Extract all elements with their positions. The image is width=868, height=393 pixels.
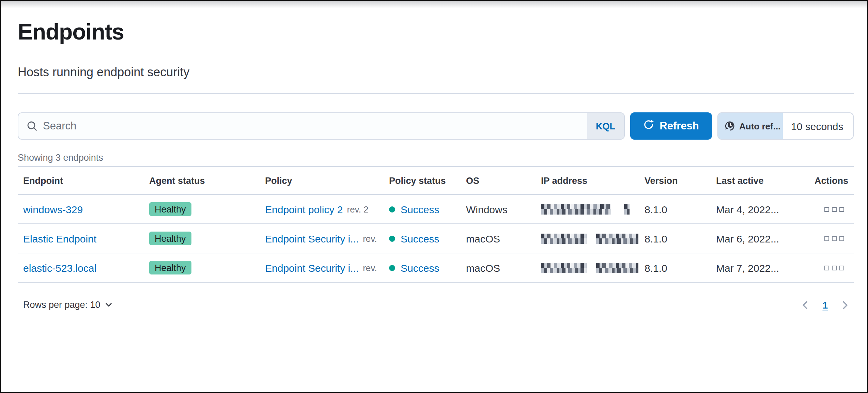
chevron-left-icon xyxy=(801,300,810,310)
ip-address-cell xyxy=(536,233,639,243)
ip-address-cell xyxy=(536,263,639,273)
time-refresh-icon xyxy=(724,121,735,131)
row-actions-button[interactable] xyxy=(820,233,848,243)
auto-refresh-label: Auto ref... xyxy=(739,121,780,131)
agent-status-badge: Healthy xyxy=(149,232,191,245)
last-active-cell: Mar 4, 2022... xyxy=(711,203,808,215)
table-row: windows-329 Healthy Endpoint policy 2rev… xyxy=(18,195,854,224)
app-window: Endpoints Hosts running endpoint securit… xyxy=(0,0,868,393)
search-icon xyxy=(27,113,37,139)
header-divider xyxy=(18,93,854,94)
boxes-horizontal-icon xyxy=(824,236,829,241)
column-header-agent-status: Agent status xyxy=(144,175,260,186)
auto-refresh-control: Auto ref... 10 seconds xyxy=(717,112,854,140)
endpoint-link[interactable]: Elastic Endpoint xyxy=(23,233,96,244)
rows-per-page-label: Rows per page: 10 xyxy=(23,300,100,310)
refresh-button[interactable]: Refresh xyxy=(630,112,712,140)
previous-page-button[interactable] xyxy=(799,299,811,311)
policy-status-dot xyxy=(389,235,395,241)
page-title: Endpoints xyxy=(18,18,854,46)
endpoint-link[interactable]: elastic-523.local xyxy=(23,262,96,273)
toolbar: KQL Refresh Auto ref... 10 seconds xyxy=(18,112,854,140)
version-cell: 8.1.0 xyxy=(639,262,711,273)
window-top-shadow xyxy=(1,1,867,8)
column-header-os: OS xyxy=(461,175,536,186)
pagination: 1 xyxy=(799,298,851,312)
table-row: elastic-523.local Healthy Endpoint Secur… xyxy=(18,253,854,283)
agent-status-badge: Healthy xyxy=(149,261,191,274)
redacted-ip-mosaic xyxy=(596,263,638,273)
endpoints-page: Endpoints Hosts running endpoint securit… xyxy=(1,18,867,313)
policy-status-link[interactable]: Success xyxy=(401,233,439,244)
chevron-down-icon xyxy=(105,301,113,309)
redacted-ip-mosaic xyxy=(541,263,587,273)
boxes-horizontal-icon xyxy=(824,265,829,270)
last-active-cell: Mar 6, 2022... xyxy=(711,233,808,244)
agent-status-badge: Healthy xyxy=(149,202,191,216)
column-header-version: Version xyxy=(639,175,711,186)
page-subtitle: Hosts running endpoint security xyxy=(18,64,854,80)
refresh-icon xyxy=(643,119,654,133)
table-row: Elastic Endpoint Healthy Endpoint Securi… xyxy=(18,224,854,253)
search-input[interactable] xyxy=(43,113,587,139)
next-page-button[interactable] xyxy=(839,299,851,311)
os-cell: Windows xyxy=(461,203,536,215)
refresh-label: Refresh xyxy=(660,120,699,132)
version-cell: 8.1.0 xyxy=(639,203,711,215)
results-summary: Showing 3 endpoints xyxy=(18,151,854,164)
policy-status-dot xyxy=(389,265,395,271)
endpoints-table: Endpoint Agent status Policy Policy stat… xyxy=(18,166,854,283)
redacted-ip-mosaic xyxy=(541,204,611,214)
row-actions-button[interactable] xyxy=(820,263,848,273)
ip-address-cell xyxy=(536,204,639,214)
column-header-actions: Actions xyxy=(808,175,854,186)
column-header-policy: Policy xyxy=(260,175,384,186)
table-header-row: Endpoint Agent status Policy Policy stat… xyxy=(18,167,854,195)
boxes-horizontal-icon xyxy=(824,207,829,211)
search-box[interactable]: KQL xyxy=(18,112,625,140)
redacted-ip-mosaic xyxy=(624,204,630,214)
policy-status-link[interactable]: Success xyxy=(401,203,439,215)
policy-link[interactable]: Endpoint Security i... xyxy=(265,233,359,244)
policy-revision: rev. xyxy=(363,233,377,243)
chevron-right-icon xyxy=(840,300,850,310)
policy-link[interactable]: Endpoint policy 2 xyxy=(265,203,343,215)
page-number-1[interactable]: 1 xyxy=(820,298,831,312)
endpoint-link[interactable]: windows-329 xyxy=(23,203,83,215)
version-cell: 8.1.0 xyxy=(639,233,711,244)
redacted-ip-mosaic xyxy=(596,233,638,243)
column-header-endpoint[interactable]: Endpoint xyxy=(18,175,144,186)
table-pagination-bar: Rows per page: 10 1 xyxy=(18,297,854,313)
policy-link[interactable]: Endpoint Security i... xyxy=(265,262,359,273)
os-cell: macOS xyxy=(461,233,536,244)
kql-badge[interactable]: KQL xyxy=(587,113,624,139)
redacted-ip-mosaic xyxy=(541,233,587,243)
auto-refresh-interval-select[interactable]: 10 seconds xyxy=(783,113,853,139)
last-active-cell: Mar 7, 2022... xyxy=(711,262,808,273)
row-actions-button[interactable] xyxy=(820,204,848,214)
policy-status-dot xyxy=(389,206,395,212)
column-header-last-active: Last active xyxy=(711,175,808,186)
policy-revision: rev. xyxy=(363,263,377,273)
rows-per-page-button[interactable]: Rows per page: 10 xyxy=(18,297,118,313)
column-header-ip-address: IP address xyxy=(536,175,639,186)
policy-status-link[interactable]: Success xyxy=(401,262,439,273)
os-cell: macOS xyxy=(461,262,536,273)
auto-refresh-toggle[interactable]: Auto ref... xyxy=(718,113,783,139)
column-header-policy-status: Policy status xyxy=(384,175,461,186)
policy-revision: rev. 2 xyxy=(347,204,369,214)
